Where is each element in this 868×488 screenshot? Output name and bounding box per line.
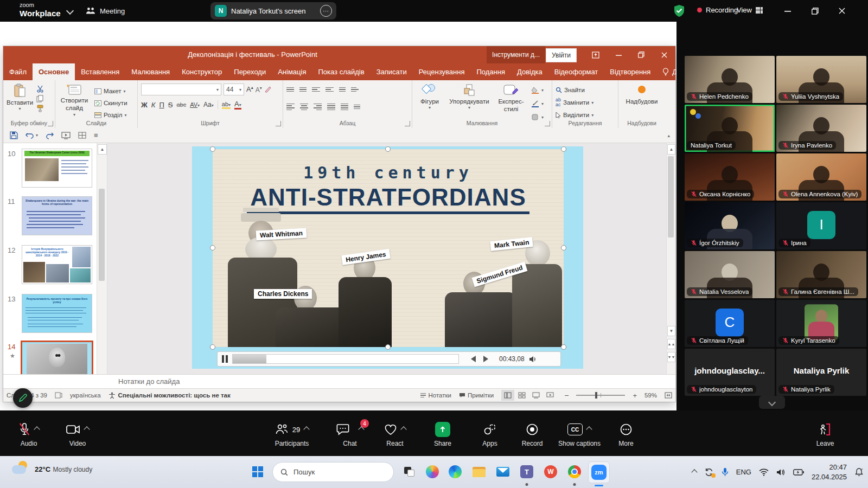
normal-view-button[interactable] xyxy=(501,390,514,401)
notes-pane[interactable]: Нотатки до слайда xyxy=(3,374,675,388)
participant-tile-igor-orzhitskiy[interactable]: Ígor Órzhitskiy xyxy=(685,202,775,249)
resize-handle[interactable] xyxy=(385,344,391,350)
recording-indicator[interactable]: Recording xyxy=(697,6,738,14)
participants-button[interactable]: 29 Participants xyxy=(267,422,316,447)
zoom-percentage[interactable]: 59% xyxy=(644,392,657,399)
captions-options-chevron[interactable] xyxy=(586,426,592,432)
participant-tile-iryna-avatar[interactable]: I Ірина xyxy=(776,202,866,249)
language-switcher[interactable]: ENG xyxy=(736,468,751,476)
tab-record[interactable]: Записати xyxy=(371,63,413,80)
scroll-up-icon[interactable]: ▲ xyxy=(98,144,107,155)
font-color-button[interactable]: А▾ xyxy=(234,100,241,110)
undo-button[interactable]: ▾ xyxy=(25,132,38,139)
step-back-icon[interactable] xyxy=(471,356,476,362)
font-size-combo[interactable]: 44▾ xyxy=(224,84,244,95)
fit-to-window-icon[interactable] xyxy=(665,392,672,399)
collapse-ribbon-icon[interactable]: ▴ xyxy=(667,133,670,138)
participants-options-chevron[interactable] xyxy=(304,426,310,432)
tab-design[interactable]: Конструктор xyxy=(176,63,228,80)
resize-handle[interactable] xyxy=(385,146,391,152)
italic-button[interactable]: К xyxy=(151,101,156,109)
minimize-button[interactable] xyxy=(777,0,799,22)
zoom-annotate-floater[interactable] xyxy=(13,388,33,408)
scroll-up-icon[interactable]: ▲ xyxy=(667,144,675,155)
font-name-combo[interactable]: ▾ xyxy=(141,84,221,95)
previous-slide-button[interactable]: ▲▲ xyxy=(667,339,675,349)
audio-options-chevron[interactable] xyxy=(34,426,40,432)
dialog-launcher-icon[interactable] xyxy=(276,121,281,126)
participant-tile-halyna[interactable]: Галина Євгенівна Ш... xyxy=(776,251,866,298)
tab-options-icon[interactable]: ⋯ xyxy=(320,5,332,17)
tab-view[interactable]: Подання xyxy=(470,63,511,80)
align-center-button[interactable] xyxy=(300,104,308,110)
maximize-button[interactable] xyxy=(804,0,826,22)
grid-icon[interactable] xyxy=(78,132,86,139)
text-direction-button[interactable] xyxy=(351,87,359,92)
security-shield-icon[interactable] xyxy=(673,4,685,17)
tab-help[interactable]: Довідка xyxy=(511,63,548,80)
battery-icon[interactable] xyxy=(793,469,804,476)
resize-handle[interactable] xyxy=(210,146,215,152)
reset-button[interactable]: Скинути xyxy=(94,98,127,108)
resize-handle[interactable] xyxy=(561,245,566,251)
react-button[interactable]: React xyxy=(371,422,419,447)
slide-sorter-view-button[interactable] xyxy=(515,390,528,401)
notes-toggle[interactable]: Нотатки xyxy=(420,392,451,399)
video-object[interactable]: 19th century ANTI-STRATFORDIANS xyxy=(213,149,564,347)
start-slideshow-icon[interactable] xyxy=(61,132,71,139)
decrease-indent-button[interactable] xyxy=(312,87,320,92)
underline-button[interactable]: П xyxy=(159,101,164,109)
shape-outline-button[interactable]: ▾ xyxy=(532,98,544,109)
clear-format-icon[interactable] xyxy=(264,86,272,93)
shapes-button[interactable]: Фігури ▾ xyxy=(416,84,444,111)
close-button[interactable] xyxy=(831,0,853,22)
participant-tile-kyryl-avatar[interactable]: Kyryl Tarasenko xyxy=(776,300,866,347)
scroll-down-icon[interactable]: ▼ xyxy=(667,326,675,336)
zoom-app-button-active[interactable]: zm xyxy=(588,461,610,483)
paste-button[interactable]: Вставити ▾ xyxy=(7,84,33,112)
share-button[interactable]: Share xyxy=(418,422,467,447)
mail-button[interactable] xyxy=(493,461,513,482)
participant-tile-svitlana-avatar[interactable]: C Світлана Лущій xyxy=(685,300,775,347)
tab-shared-screen[interactable]: N Nataliya Torkut's screen ⋯ xyxy=(210,2,336,20)
record-button[interactable]: Record xyxy=(508,422,557,447)
align-right-button[interactable] xyxy=(314,104,322,110)
wifi-icon[interactable] xyxy=(759,468,769,476)
tab-playback[interactable]: Відтворення xyxy=(604,63,656,80)
volume-icon[interactable] xyxy=(776,468,786,476)
display-settings-icon[interactable] xyxy=(55,392,62,399)
tab-animations[interactable]: Анімація xyxy=(272,63,312,80)
slideshow-view-button[interactable] xyxy=(544,390,557,401)
thumbnail-scrollbar[interactable]: ▲ xyxy=(97,143,107,374)
gallery-scroll-down-button[interactable] xyxy=(759,396,785,409)
section-button[interactable]: Розділ▾ xyxy=(94,110,127,120)
shrink-font-button[interactable]: А▾ xyxy=(256,86,262,94)
weather-widget[interactable]: 22°C Mostly cloudy xyxy=(12,461,92,477)
arrange-button[interactable]: Упорядкувати ▾ xyxy=(448,84,490,111)
chat-button[interactable]: 4 Chat xyxy=(326,422,374,447)
bullets-button[interactable] xyxy=(286,87,294,92)
accessibility-status[interactable]: Спеціальні можливості: щось не так xyxy=(108,392,231,399)
copilot-button[interactable] xyxy=(422,461,443,482)
zoom-in-button[interactable]: + xyxy=(633,391,637,400)
cut-icon[interactable] xyxy=(36,85,44,93)
dialog-launcher-icon[interactable] xyxy=(545,121,550,126)
zoom-slider-knob[interactable] xyxy=(595,392,597,399)
redo-icon[interactable] xyxy=(46,132,54,139)
scrollbar-thumb[interactable] xyxy=(668,156,674,237)
columns-button[interactable] xyxy=(341,104,348,110)
sync-tray-icon[interactable] xyxy=(704,468,714,477)
resize-handle[interactable] xyxy=(561,146,566,152)
hidden-icons-chevron[interactable] xyxy=(691,469,697,475)
participant-tile-helen-pedchenko[interactable]: Helen Pedchenko xyxy=(685,56,775,103)
clock[interactable]: 20:47 22.04.2025 xyxy=(812,463,847,481)
reading-view-button[interactable] xyxy=(529,390,542,401)
small-strike-button[interactable]: abc xyxy=(176,101,186,108)
tab-home[interactable]: Основне xyxy=(33,63,75,80)
participant-tile-yuliia-vyshnytska[interactable]: Yuliia Vyshnytska xyxy=(776,56,866,103)
captions-button[interactable]: CC Show captions xyxy=(555,422,604,447)
view-button[interactable]: View xyxy=(737,6,763,14)
char-spacing-button[interactable]: AV▾ xyxy=(190,101,200,108)
resize-handle[interactable] xyxy=(561,344,566,350)
search-box[interactable]: Пошук xyxy=(272,462,394,482)
